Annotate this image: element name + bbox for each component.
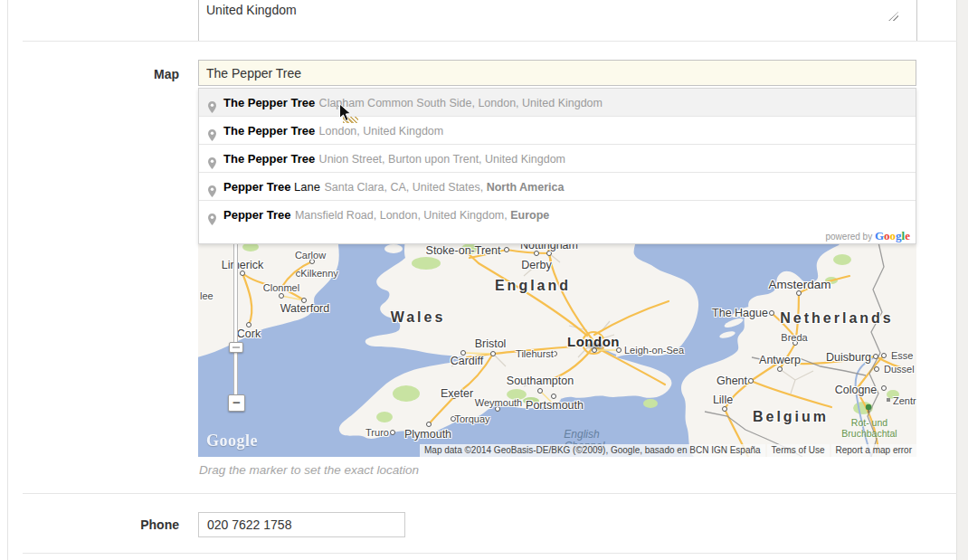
map-label: Cork bbox=[237, 327, 261, 340]
map-label: Carlow bbox=[295, 250, 326, 261]
suggestion-secondary-text: London, United Kingdom bbox=[319, 125, 444, 138]
powered-by-text: powered by bbox=[825, 232, 872, 242]
page-scrollbar[interactable] bbox=[956, 0, 968, 560]
city-dot bbox=[390, 430, 395, 435]
map-search-input[interactable] bbox=[198, 60, 916, 86]
location-pin-icon bbox=[207, 208, 217, 228]
map-label: Antwerp bbox=[759, 354, 801, 366]
autocomplete-item[interactable]: The Pepper Tree London, United Kingdom bbox=[199, 116, 916, 144]
phone-input[interactable] bbox=[198, 512, 405, 537]
suggestion-main-text: Pepper Tree bbox=[223, 208, 290, 222]
city-dot bbox=[537, 388, 543, 394]
map-label: English bbox=[564, 428, 599, 441]
suggestion-secondary-text: Clapham Common South Side, London, Unite… bbox=[319, 97, 603, 109]
autocomplete-list: The Pepper Tree Clapham Common South Sid… bbox=[199, 89, 916, 228]
city-dot bbox=[777, 366, 783, 372]
zoom-slider-track[interactable] bbox=[233, 240, 238, 401]
map-label: Limerick bbox=[222, 259, 264, 271]
suggestion-suffix-text: Lane bbox=[290, 180, 320, 194]
suggestion-main-text: The Pepper Tree bbox=[223, 152, 315, 166]
city-dot bbox=[874, 366, 879, 372]
map-label: Bristol bbox=[475, 337, 507, 350]
suggestion-secondary-text: Mansfield Road, London, United Kingdom, bbox=[295, 209, 510, 222]
report-map-error-link[interactable]: Report a map error bbox=[831, 444, 916, 457]
address-textarea[interactable]: United Kingdom bbox=[198, 0, 917, 42]
attribution-text: Map data ©2014 GeoBasis-DE/BKG (©2009), … bbox=[420, 444, 765, 457]
autocomplete-item[interactable]: Pepper Tree Mansfield Road, London, Unit… bbox=[199, 200, 916, 228]
map-label: Leigh-on-Sea bbox=[624, 345, 684, 356]
zoom-out-button[interactable]: − bbox=[228, 394, 245, 412]
suggestion-secondary-text: Santa Clara, CA, United States, bbox=[324, 181, 486, 194]
marker-shadow bbox=[587, 343, 603, 349]
autocomplete-item[interactable]: Pepper Tree Lane Santa Clara, CA, United… bbox=[199, 172, 916, 200]
google-logo-letter: e bbox=[905, 229, 910, 242]
city-dot bbox=[426, 422, 432, 427]
map-label: Derby bbox=[521, 259, 551, 271]
map-label: Kilkenny bbox=[300, 268, 338, 279]
map-label: Exeter bbox=[441, 387, 473, 400]
location-pin-icon bbox=[207, 152, 217, 172]
powered-by-google: powered by Google bbox=[199, 228, 916, 243]
terms-of-use-link[interactable]: Terms of Use bbox=[767, 444, 830, 457]
location-pin-icon bbox=[207, 124, 217, 144]
section-divider bbox=[23, 41, 957, 42]
map-attribution: Map data ©2014 GeoBasis-DE/BKG (©2009), … bbox=[418, 444, 916, 457]
map-label: Dussel bbox=[884, 364, 915, 375]
map-label: Torquay bbox=[454, 413, 489, 424]
map-label: lee bbox=[200, 290, 214, 301]
zoom-slider-handle[interactable] bbox=[229, 342, 243, 353]
map-label: Truro bbox=[365, 427, 389, 438]
drag-marker-hint: Drag the marker to set the exact locatio… bbox=[199, 463, 419, 477]
map-label: Stoke-on-Trent bbox=[426, 244, 501, 257]
suggestion-main-text: The Pepper Tree bbox=[223, 96, 315, 109]
city-dot bbox=[504, 247, 509, 252]
panel-left-border bbox=[7, 0, 8, 560]
map-label: Amsterdam bbox=[768, 278, 830, 291]
map-label: Zentr bbox=[893, 395, 916, 406]
map-label: Cardiff bbox=[451, 355, 484, 367]
city-dot bbox=[873, 354, 878, 359]
cursor-busy-pattern bbox=[343, 117, 358, 123]
autocomplete-item[interactable]: The Pepper Tree Clapham Common South Sid… bbox=[199, 89, 916, 116]
map-label: Duisburg bbox=[826, 351, 871, 364]
section-divider bbox=[23, 553, 957, 554]
map-label: The Hague bbox=[712, 307, 768, 319]
map-label: Lille bbox=[713, 394, 733, 406]
map-label: Portsmouth bbox=[526, 399, 584, 412]
map-label: Clonmel bbox=[263, 282, 299, 293]
city-dot bbox=[748, 378, 754, 384]
phone-field-label: Phone bbox=[18, 517, 179, 532]
map-label: Bruchbachtal bbox=[841, 428, 897, 439]
section-divider bbox=[23, 493, 957, 494]
map-label: Cologne bbox=[835, 384, 878, 396]
map-label: Breda bbox=[781, 332, 807, 343]
map-label: Netherlands bbox=[780, 310, 893, 327]
map-label: Ghent bbox=[717, 375, 747, 387]
autocomplete-item[interactable]: The Pepper Tree Union Street, Burton upo… bbox=[199, 144, 916, 172]
location-pin-icon bbox=[207, 180, 217, 200]
google-watermark: Google bbox=[206, 432, 258, 451]
city-dot bbox=[490, 351, 496, 356]
map-label: Esse bbox=[891, 350, 913, 361]
suggestion-region-text: North America bbox=[487, 181, 565, 194]
map-field-label: Map bbox=[18, 67, 179, 81]
place-square-dot bbox=[887, 398, 890, 402]
autocomplete-dropdown: The Pepper Tree Clapham Common South Sid… bbox=[198, 88, 916, 244]
map-label: Plymouth bbox=[404, 428, 451, 441]
map-label: Tilehurst bbox=[516, 348, 554, 359]
google-logo: Google bbox=[875, 232, 910, 242]
suggestion-main-text: The Pepper Tree bbox=[223, 124, 315, 138]
city-dot bbox=[279, 293, 284, 299]
city-dot bbox=[796, 290, 802, 296]
suggestion-main-text: Pepper Tree bbox=[223, 180, 290, 194]
map-label: Rot- und bbox=[851, 417, 887, 428]
suggestion-secondary-text: Union Street, Burton upon Trent, United … bbox=[319, 153, 565, 166]
map-label: Weymouth bbox=[475, 397, 522, 408]
location-pin-icon bbox=[207, 96, 217, 116]
city-dot bbox=[881, 353, 887, 358]
map-label: Belgium bbox=[753, 409, 829, 425]
google-logo-letter: G bbox=[875, 229, 884, 242]
city-dot bbox=[722, 406, 727, 412]
map-label: Wales bbox=[391, 309, 446, 326]
map-label: England bbox=[495, 278, 571, 294]
